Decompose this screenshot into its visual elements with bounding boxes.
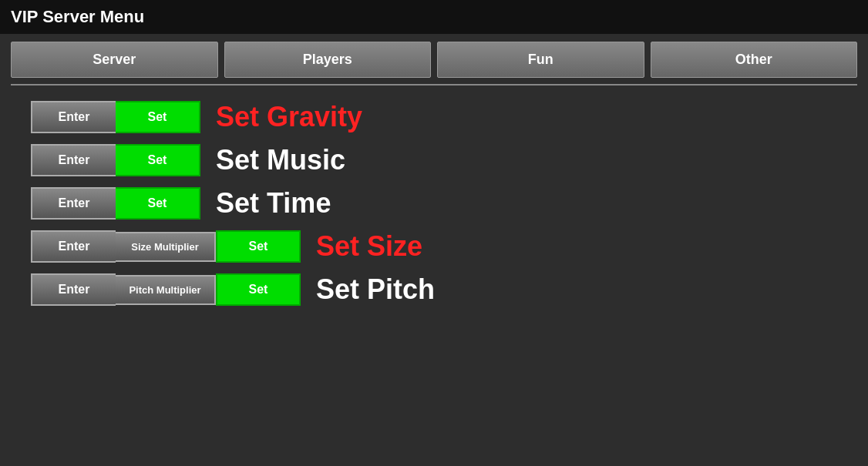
music-label: Set Music <box>216 144 345 176</box>
enter-size-button[interactable]: Enter <box>31 230 116 263</box>
enter-time-button[interactable]: Enter <box>31 187 116 220</box>
size-multiplier-label: Size Multiplier <box>116 232 216 262</box>
set-music-button[interactable]: Set <box>116 144 200 176</box>
set-size-button[interactable]: Set <box>216 230 301 263</box>
row-time: Enter Set Set Time <box>31 187 837 220</box>
title-text: VIP Server Menu <box>11 7 144 27</box>
title-bar: VIP Server Menu <box>0 0 868 34</box>
set-gravity-button[interactable]: Set <box>116 101 200 133</box>
set-pitch-button[interactable]: Set <box>216 273 301 306</box>
content-area: Enter Set Set Gravity Enter Set Set Musi… <box>0 85 868 321</box>
set-time-button[interactable]: Set <box>116 187 200 220</box>
pitch-label: Set Pitch <box>316 273 435 306</box>
enter-music-button[interactable]: Enter <box>31 144 116 176</box>
row-music: Enter Set Set Music <box>31 144 837 176</box>
pitch-multiplier-label: Pitch Multiplier <box>116 275 216 305</box>
tab-bar: Server Players Fun Other <box>0 34 868 78</box>
gravity-label: Set Gravity <box>216 101 362 133</box>
tab-server[interactable]: Server <box>11 42 218 78</box>
size-label: Set Size <box>316 230 422 263</box>
row-size: Enter Size Multiplier Set Set Size <box>31 230 837 263</box>
tab-other[interactable]: Other <box>651 42 858 78</box>
tab-players[interactable]: Players <box>224 42 432 78</box>
row-pitch: Enter Pitch Multiplier Set Set Pitch <box>31 273 837 306</box>
time-label: Set Time <box>216 187 331 220</box>
enter-pitch-button[interactable]: Enter <box>31 273 116 306</box>
tab-fun[interactable]: Fun <box>437 42 644 78</box>
row-gravity: Enter Set Set Gravity <box>31 101 837 133</box>
enter-gravity-button[interactable]: Enter <box>31 101 116 133</box>
